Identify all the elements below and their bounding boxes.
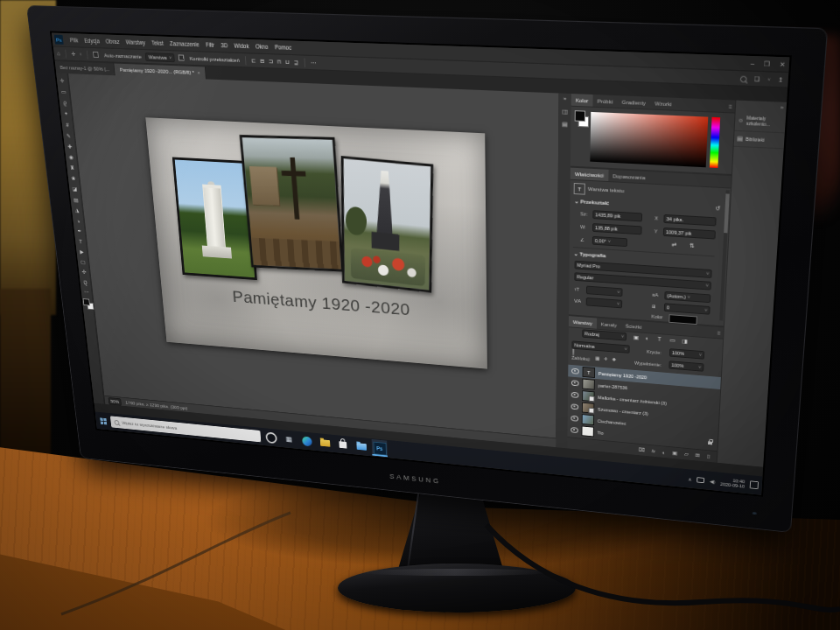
new-layer-icon[interactable]: ⊞ bbox=[695, 452, 700, 458]
taskbar-task-view-button[interactable]: ▦ bbox=[281, 430, 297, 448]
menu-obraz[interactable]: Obraz bbox=[102, 38, 123, 45]
tab-close-icon[interactable]: × bbox=[197, 70, 200, 75]
align-middle-icon[interactable]: ⊔ bbox=[285, 58, 290, 65]
menu-warstwy[interactable]: Warstwy bbox=[122, 38, 149, 46]
menu-okno[interactable]: Okno bbox=[252, 43, 272, 50]
filter-adjustment-icon[interactable]: ◐ bbox=[646, 335, 649, 341]
menu-plik[interactable]: Plik bbox=[66, 37, 81, 43]
filter-type-icon[interactable]: T bbox=[658, 336, 662, 342]
search-icon[interactable] bbox=[740, 75, 747, 82]
tool-dodge-icon[interactable]: ◑ bbox=[73, 215, 83, 227]
chevron-down-icon[interactable]: ˅ bbox=[80, 52, 82, 57]
tool-healing-icon[interactable]: ✚ bbox=[65, 141, 76, 152]
tool-eyedropper-icon[interactable]: ✎ bbox=[63, 130, 74, 142]
taskbar-explorer-button[interactable] bbox=[354, 438, 369, 455]
notification-center-icon[interactable] bbox=[750, 480, 759, 489]
visibility-eye-icon[interactable] bbox=[570, 427, 578, 433]
tool-history-brush-icon[interactable]: ❀ bbox=[68, 173, 79, 185]
move-tool-preset-icon[interactable]: ✛ bbox=[71, 51, 76, 58]
tab-sciezki[interactable]: Ścieżki bbox=[620, 320, 646, 332]
share-icon[interactable]: ↥ bbox=[778, 76, 784, 84]
color-swatches[interactable] bbox=[82, 298, 93, 310]
align-left-icon[interactable]: ⊏ bbox=[251, 57, 256, 64]
tab-kanaly[interactable]: Kanały bbox=[597, 318, 621, 330]
filter-pixel-icon[interactable]: ▣ bbox=[634, 334, 639, 341]
visibility-eye-icon[interactable] bbox=[570, 416, 578, 422]
tool-quick-select-icon[interactable]: ✦ bbox=[60, 108, 72, 120]
toolbar-more-icon[interactable]: ⋯ bbox=[81, 287, 92, 298]
tab-probki[interactable]: Próbki bbox=[592, 94, 617, 108]
lock-all-icon[interactable]: ✚ bbox=[612, 357, 617, 362]
transform-controls-checkbox[interactable] bbox=[178, 54, 185, 60]
angle-field[interactable]: 0,00°˅ bbox=[592, 236, 627, 247]
visibility-eye-icon[interactable] bbox=[571, 368, 579, 374]
tab-dopasowania[interactable]: Dopasowania bbox=[608, 170, 650, 184]
align-top-icon[interactable]: ⊓ bbox=[277, 58, 282, 65]
foreground-color-swatch[interactable] bbox=[82, 298, 89, 305]
align-center-icon[interactable]: ⊟ bbox=[260, 57, 265, 64]
kerning-field[interactable]: ˅ bbox=[586, 298, 623, 308]
color-saturation-box[interactable] bbox=[590, 112, 708, 167]
taskbar-search-input[interactable]: Wpisz tu wyszukiwane słowa bbox=[110, 416, 261, 442]
menu-3d[interactable]: 3D bbox=[217, 42, 231, 49]
layer-mask-icon[interactable]: ◐ bbox=[662, 449, 666, 455]
tracking-field[interactable]: 0˅ bbox=[664, 303, 710, 314]
transform-section-title[interactable]: ⌄ Przekształć bbox=[574, 198, 609, 206]
history-panel-icon[interactable]: ◫ bbox=[558, 108, 570, 116]
filter-shape-icon[interactable]: ▭ bbox=[669, 337, 675, 344]
dock-item-libraries[interactable]: ▤ Biblioteki bbox=[734, 131, 786, 150]
typography-section-title[interactable]: ⌄ Typografia bbox=[574, 250, 606, 258]
menu-zaznaczenie[interactable]: Zaznaczenie bbox=[166, 40, 203, 47]
layer-filter-dropdown[interactable]: Rodzaj˅ bbox=[582, 329, 626, 340]
lock-transparency-icon[interactable]: ▦ bbox=[595, 355, 599, 360]
tool-zoom-icon[interactable]: Q bbox=[80, 276, 90, 287]
menu-pomoc[interactable]: Pomoc bbox=[271, 44, 295, 51]
tab-wzorki[interactable]: Wzorki bbox=[650, 97, 676, 110]
close-icon[interactable]: ✕ bbox=[780, 60, 786, 68]
auto-select-checkbox[interactable] bbox=[93, 52, 99, 58]
tool-blur-icon[interactable]: ◮ bbox=[72, 205, 82, 216]
photo-tower-monument[interactable] bbox=[341, 156, 434, 293]
poster-title-text[interactable]: Pamiętamy 1920 -2020 bbox=[161, 282, 486, 326]
tool-hand-icon[interactable]: ✣ bbox=[79, 267, 89, 277]
menu-widok[interactable]: Widok bbox=[231, 42, 253, 49]
chevron-down-icon[interactable]: ˅ bbox=[767, 77, 771, 83]
tool-marquee-icon[interactable]: ▭ bbox=[58, 86, 69, 97]
adjustment-layer-icon[interactable]: ▣ bbox=[672, 450, 677, 457]
flip-vertical-icon[interactable]: ⇅ bbox=[690, 242, 695, 249]
taskbar-edge-button[interactable] bbox=[298, 432, 314, 450]
tool-clone-stamp-icon[interactable]: ♜ bbox=[66, 163, 77, 174]
minimize-icon[interactable]: – bbox=[751, 60, 755, 66]
tool-crop-icon[interactable]: # bbox=[62, 119, 74, 130]
tray-expand-icon[interactable]: ∧ bbox=[688, 476, 692, 482]
taskbar-photoshop-button[interactable]: Ps bbox=[372, 439, 388, 457]
reset-transform-icon[interactable]: ↺ bbox=[715, 205, 720, 212]
home-icon[interactable]: ⌂ bbox=[57, 50, 60, 56]
fill-field[interactable]: 100%˅ bbox=[668, 360, 704, 372]
visibility-eye-icon[interactable] bbox=[571, 392, 579, 398]
start-button[interactable] bbox=[100, 417, 107, 424]
align-bottom-icon[interactable]: ⊒ bbox=[293, 59, 298, 66]
tool-move-icon[interactable]: ✛ bbox=[57, 75, 68, 87]
photoshop-logo-icon[interactable]: Ps bbox=[54, 35, 64, 45]
font-size-field[interactable]: ˅ bbox=[586, 286, 623, 297]
document-poster[interactable]: Pamiętamy 1920 -2020 bbox=[145, 117, 487, 368]
leading-field[interactable]: (Autom.)˅ bbox=[664, 291, 710, 303]
y-field[interactable]: 1009,37 pik bbox=[663, 228, 716, 240]
hue-strip[interactable] bbox=[710, 117, 720, 168]
taskbar-folder-button[interactable] bbox=[317, 434, 332, 452]
tool-path-select-icon[interactable]: ▶ bbox=[76, 246, 87, 256]
taskbar-clock[interactable]: 10:40 2020-09-10 bbox=[720, 477, 745, 489]
new-group-icon[interactable]: ▱ bbox=[684, 451, 689, 458]
network-icon[interactable] bbox=[696, 477, 704, 483]
dock-item-learn[interactable]: ☼ Materiały szkolenio... bbox=[735, 109, 788, 133]
x-field[interactable]: 34 piks. bbox=[663, 214, 716, 227]
more-options-icon[interactable]: ⋯ bbox=[311, 59, 317, 66]
tool-type-icon[interactable]: T bbox=[75, 236, 86, 248]
taskbar-store-button[interactable] bbox=[335, 436, 351, 453]
delete-layer-icon[interactable]: ▯ bbox=[707, 453, 710, 459]
opacity-field[interactable]: 100%˅ bbox=[669, 348, 704, 360]
visibility-eye-icon[interactable] bbox=[571, 380, 579, 386]
layer-effects-icon[interactable]: fx bbox=[652, 449, 655, 454]
foreground-color-swatch[interactable] bbox=[575, 110, 585, 122]
